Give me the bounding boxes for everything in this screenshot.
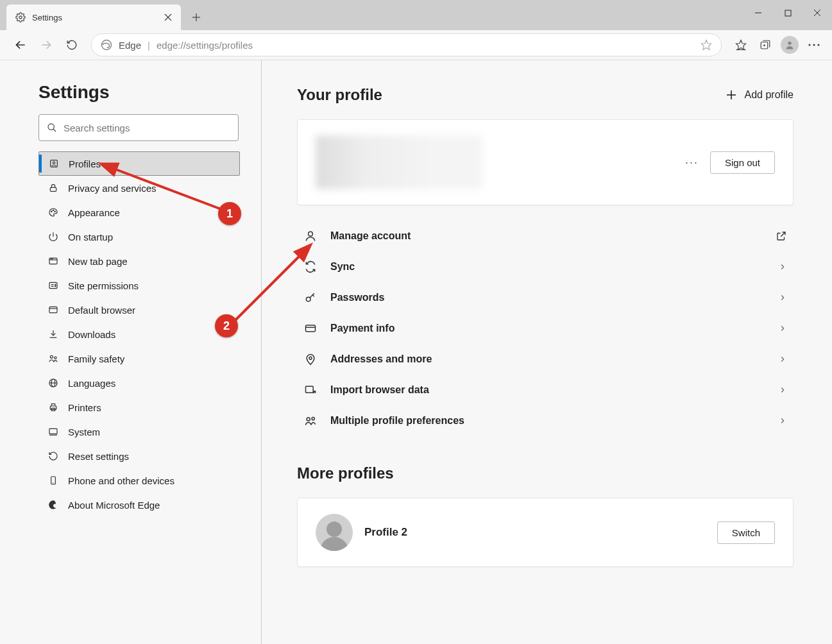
svg-rect-36 [49,282,57,288]
chevron-right-icon [778,293,787,302]
refresh-button[interactable] [60,33,83,56]
svg-point-26 [53,162,55,164]
svg-point-45 [50,355,53,358]
svg-point-60 [306,297,310,301]
settings-sidebar: Settings ProfilesPrivacy and servicesApp… [0,60,262,644]
sidebar-item-label: Default browser [68,305,135,316]
sidebar-item-label: Site permissions [68,280,139,291]
favorites-button[interactable] [729,33,752,56]
collections-button[interactable] [754,33,777,56]
back-button[interactable] [9,33,32,56]
close-window-button[interactable] [802,0,832,26]
profile-info-redacted [316,135,482,189]
search-settings[interactable] [38,114,239,141]
key-icon [303,291,318,305]
setting-row-sync[interactable]: Sync [297,251,794,282]
toolbar: Edge | edge://settings/profiles [0,30,832,60]
family-icon [47,353,59,364]
profile-button[interactable] [778,33,801,56]
sidebar-item-appearance[interactable]: Appearance [38,200,240,225]
pin-icon [303,352,318,366]
svg-point-29 [53,210,53,210]
sidebar-item-new-tab-page[interactable]: New tab page [38,249,240,273]
sidebar-item-printers[interactable]: Printers [38,395,240,419]
svg-rect-52 [49,428,57,434]
sidebar-item-on-startup[interactable]: On startup [38,225,240,249]
lock-icon [47,182,59,194]
setting-row-import-browser-data[interactable]: Import browser data [297,375,794,405]
maximize-button[interactable] [773,0,802,26]
svg-rect-27 [50,187,56,191]
plus-icon [726,89,737,101]
browser-tab[interactable]: Settings [6,4,181,30]
setting-row-payment-info[interactable]: Payment info [297,313,794,344]
add-profile-button[interactable]: Add profile [726,89,794,101]
switch-button[interactable]: Switch [717,521,775,544]
multiprofile-icon [303,414,318,428]
address-bar[interactable]: Edge | edge://settings/profiles [91,33,722,56]
sidebar-item-label: System [68,427,100,437]
svg-point-40 [55,286,56,287]
annotation-marker-1: 1 [218,202,241,225]
search-input[interactable] [64,123,230,133]
chevron-right-icon [778,416,787,425]
forward-button[interactable] [35,33,58,56]
sidebar-item-label: Family safety [68,353,124,364]
sidebar-item-default-browser[interactable]: Default browser [38,298,240,322]
sidebar-item-privacy-and-services[interactable]: Privacy and services [38,176,240,200]
sidebar-item-system[interactable]: System [38,419,240,444]
svg-point-28 [51,211,52,212]
setting-row-label: Addresses and more [330,353,765,365]
minimize-button[interactable] [743,0,773,26]
chevron-right-icon [778,386,787,394]
system-icon [47,426,59,437]
svg-point-58 [309,232,313,236]
svg-point-22 [817,44,819,46]
favorite-icon[interactable] [700,39,712,51]
printer-icon [47,402,59,413]
svg-point-46 [55,357,56,359]
more-profiles-heading: More profiles [297,464,794,482]
sidebar-item-languages[interactable]: Languages [38,371,240,395]
globe-icon [47,377,59,389]
setting-row-passwords[interactable]: Passwords [297,282,794,313]
sidebar-item-reset-settings[interactable]: Reset settings [38,444,240,468]
sidebar-item-downloads[interactable]: Downloads [38,322,240,346]
svg-rect-61 [306,325,316,332]
svg-point-65 [307,418,310,421]
svg-point-20 [808,44,810,46]
new-tab-button[interactable] [186,7,207,28]
sidebar-item-profiles[interactable]: Profiles [38,151,240,176]
sidebar-item-phone-and-other-devices[interactable]: Phone and other devices [38,468,240,493]
svg-point-23 [48,124,54,130]
setting-row-manage-account[interactable]: Manage account [297,221,794,251]
setting-row-multiple-profile-preferences[interactable]: Multiple profile preferences [297,405,794,436]
power-icon [47,231,59,242]
sync-icon [303,260,318,274]
external-link-icon [776,230,787,242]
avatar-icon [316,514,353,551]
svg-point-35 [52,258,53,259]
setting-row-addresses-and-more[interactable]: Addresses and more [297,344,794,375]
sidebar-title: Settings [38,82,242,103]
svg-point-34 [51,258,51,259]
sidebar-item-label: On startup [68,232,113,242]
import-icon [303,383,318,397]
sidebar-item-about-microsoft-edge[interactable]: About Microsoft Edge [38,493,240,517]
tab-title: Settings [32,13,157,22]
edge-icon [47,499,59,511]
sidebar-item-label: Profiles [69,158,101,169]
profile-more-icon[interactable]: ··· [685,156,699,169]
settings-main: Your profile Add profile ··· Sign out Ma… [262,60,832,644]
sidebar-item-family-safety[interactable]: Family safety [38,346,240,371]
more-button[interactable] [802,33,826,56]
svg-point-21 [813,44,815,46]
person-icon [303,229,318,243]
sidebar-item-label: Printers [68,402,101,413]
svg-marker-14 [736,40,746,50]
svg-marker-13 [702,40,711,50]
sidebar-item-site-permissions[interactable]: Site permissions [38,273,240,298]
close-icon[interactable] [163,12,173,22]
sign-out-button[interactable]: Sign out [710,151,775,174]
sidebar-item-label: New tab page [68,256,128,267]
